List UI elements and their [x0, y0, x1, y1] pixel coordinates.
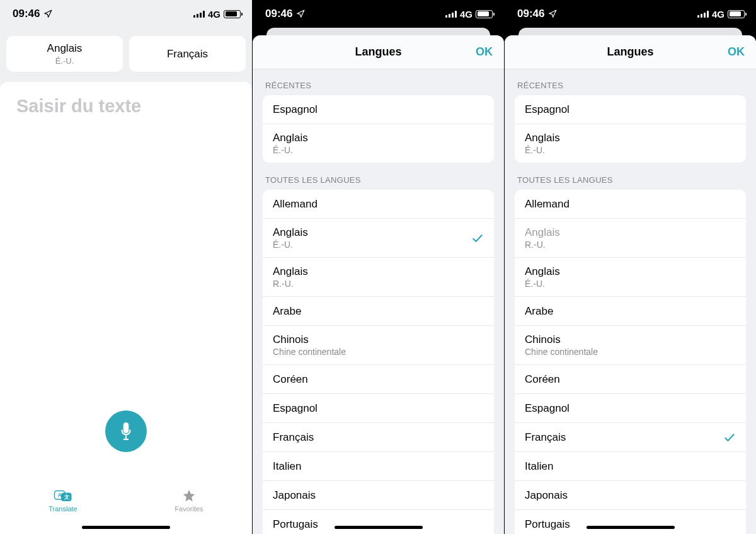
language-name: Espagnol — [525, 402, 570, 415]
svg-text:文: 文 — [64, 494, 69, 500]
language-region: É.-U. — [525, 145, 560, 155]
tab-translate-label: Translate — [49, 505, 77, 513]
signal-icon — [193, 10, 205, 18]
language-row[interactable]: Français — [515, 423, 746, 452]
language-row[interactable]: Espagnol — [263, 394, 494, 423]
language-name: Espagnol — [525, 103, 570, 116]
language-row[interactable]: Espagnol — [515, 95, 746, 124]
ok-button[interactable]: OK — [476, 45, 493, 59]
language-name: Japonais — [273, 489, 316, 502]
microphone-button[interactable] — [105, 410, 147, 452]
language-row[interactable]: Italien — [263, 452, 494, 481]
language-row[interactable]: Arabe — [263, 297, 494, 326]
language-row[interactable]: AnglaisR.-U. — [263, 258, 494, 297]
language-name: Coréen — [273, 373, 308, 386]
tab-translate[interactable]: A 文 Translate — [0, 489, 126, 513]
language-row[interactable]: ChinoisChine continentale — [263, 326, 494, 365]
sheet-header: Langues OK — [505, 35, 756, 69]
tab-favorites[interactable]: Favorites — [126, 489, 252, 513]
language-name: Chinois — [273, 334, 346, 346]
home-indicator[interactable] — [335, 526, 423, 529]
signal-icon — [445, 10, 457, 18]
language-name: Portugais — [525, 518, 570, 531]
language-row[interactable]: Espagnol — [515, 394, 746, 423]
language-row[interactable]: AnglaisÉ.-U. — [515, 258, 746, 297]
all-languages-list: AllemandAnglaisR.-U.AnglaisÉ.-U.ArabeChi… — [515, 190, 746, 534]
recent-languages-list: EspagnolAnglaisÉ.-U. — [515, 95, 746, 163]
language-name: Arabe — [273, 305, 301, 318]
source-language-button[interactable]: Anglais É.-U. — [6, 36, 123, 72]
source-language-region: É.-U. — [55, 56, 74, 66]
language-row[interactable]: Espagnol — [263, 95, 494, 124]
language-name: Anglais — [525, 226, 560, 239]
language-name: Anglais — [273, 265, 308, 278]
language-row[interactable]: Allemand — [263, 190, 494, 219]
status-bar: 09:46 4G — [253, 0, 504, 28]
target-language-button[interactable]: Français — [129, 36, 246, 72]
language-row[interactable]: Coréen — [263, 365, 494, 394]
language-row[interactable]: Arabe — [515, 297, 746, 326]
language-name: Anglais — [525, 132, 560, 144]
text-input-panel[interactable]: Saisir du texte A 文 Translate — [0, 82, 252, 534]
section-all-label: TOUTES LES LANGUES — [253, 163, 504, 190]
section-recent-label: RÉCENTES — [505, 69, 756, 95]
all-languages-list: AllemandAnglaisÉ.-U.AnglaisR.-U.ArabeChi… — [263, 190, 494, 534]
language-row[interactable]: Allemand — [515, 190, 746, 219]
language-name: Allemand — [525, 198, 570, 211]
location-icon — [43, 9, 52, 18]
language-name: Français — [525, 431, 566, 444]
language-row[interactable]: Italien — [515, 452, 746, 481]
language-name: Italien — [525, 460, 553, 473]
language-row[interactable]: Portugais — [515, 510, 746, 534]
location-icon — [548, 9, 557, 18]
section-recent-label: RÉCENTES — [253, 69, 504, 95]
languages-sheet: Langues OK RÉCENTES EspagnolAnglaisÉ.-U.… — [253, 35, 504, 534]
language-row[interactable]: Français — [263, 423, 494, 452]
text-input-placeholder: Saisir du texte — [16, 96, 236, 117]
sheet-title: Langues — [607, 45, 653, 59]
language-row[interactable]: Coréen — [515, 365, 746, 394]
signal-icon — [697, 10, 709, 18]
language-name: Coréen — [525, 373, 560, 386]
language-row[interactable]: AnglaisÉ.-U. — [263, 124, 494, 163]
language-row[interactable]: AnglaisÉ.-U. — [263, 219, 494, 258]
language-name: Espagnol — [273, 103, 318, 116]
language-name: Italien — [273, 460, 301, 473]
language-region: É.-U. — [525, 279, 560, 289]
checkmark-icon — [723, 431, 736, 444]
home-indicator[interactable] — [82, 526, 170, 529]
star-icon — [181, 489, 197, 502]
language-region: É.-U. — [273, 145, 308, 155]
section-all-label: TOUTES LES LANGUES — [505, 163, 756, 190]
network-label: 4G — [208, 9, 220, 20]
language-row[interactable]: Japonais — [263, 481, 494, 510]
network-label: 4G — [460, 9, 472, 20]
language-row[interactable]: AnglaisR.-U. — [515, 219, 746, 258]
language-row[interactable]: Japonais — [515, 481, 746, 510]
status-bar: 09:46 4G — [0, 0, 252, 28]
language-name: Espagnol — [273, 402, 318, 415]
language-row[interactable]: ChinoisChine continentale — [515, 326, 746, 365]
ok-button[interactable]: OK — [728, 45, 745, 59]
language-name: Français — [273, 431, 314, 444]
status-time: 09:46 — [265, 8, 292, 20]
location-icon — [296, 9, 305, 18]
translate-icon: A 文 — [54, 489, 72, 502]
home-indicator[interactable] — [587, 526, 675, 529]
language-row[interactable]: AnglaisÉ.-U. — [515, 124, 746, 163]
checkmark-icon — [471, 232, 484, 245]
languages-sheet: Langues OK RÉCENTES EspagnolAnglaisÉ.-U.… — [505, 35, 756, 534]
language-region: Chine continentale — [273, 347, 346, 357]
source-language-name: Anglais — [47, 42, 83, 55]
language-selector-row: Anglais É.-U. Français — [0, 28, 252, 77]
language-name: Chinois — [525, 334, 598, 346]
language-region: Chine continentale — [525, 347, 598, 357]
sheet-backdrop — [253, 28, 504, 35]
status-time: 09:46 — [517, 8, 544, 20]
status-time: 09:46 — [13, 8, 40, 20]
sheet-backdrop — [505, 28, 756, 35]
language-row[interactable]: Portugais — [263, 510, 494, 534]
battery-icon — [476, 10, 493, 18]
microphone-icon — [118, 422, 134, 441]
language-name: Portugais — [273, 518, 318, 531]
